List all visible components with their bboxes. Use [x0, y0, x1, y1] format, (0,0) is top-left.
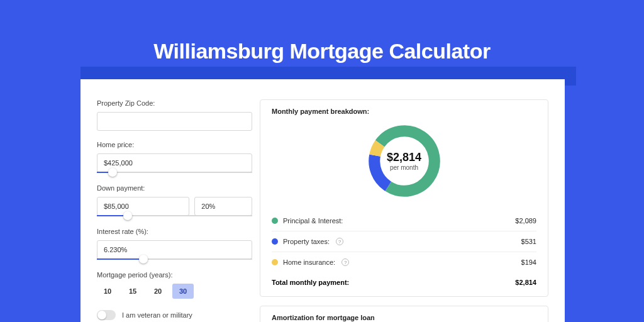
period-options: 10152030 — [97, 284, 252, 299]
period-option-30[interactable]: 30 — [172, 284, 194, 299]
down-payment-amount-input[interactable] — [97, 197, 189, 216]
amortization-panel: Amortization for mortgage loan Amortizat… — [260, 306, 548, 322]
zip-group: Property Zip Code: — [97, 99, 252, 131]
interest-slider[interactable] — [97, 258, 252, 261]
period-group: Mortgage period (years): 10152030 — [97, 271, 252, 299]
legend-label: Principal & Interest: — [283, 217, 343, 225]
legend-left: Home insurance:? — [272, 258, 349, 266]
breakdown-panel: Monthly payment breakdown: $2,814 per mo… — [260, 99, 548, 297]
interest-label: Interest rate (%): — [97, 228, 252, 235]
page-title: Williamsburg Mortgage Calculator — [0, 39, 644, 64]
info-icon[interactable]: ? — [341, 258, 349, 266]
donut-value: $2,814 — [387, 151, 421, 164]
legend-left: Property taxes:? — [272, 238, 343, 245]
down-payment-percent-input[interactable] — [194, 197, 252, 216]
slider-thumb[interactable] — [139, 255, 148, 264]
period-option-10[interactable]: 10 — [97, 284, 118, 299]
legend-dot-icon — [272, 218, 278, 224]
legend: Principal & Interest:$2,089Property taxe… — [272, 211, 536, 272]
down-payment-slider[interactable] — [97, 215, 252, 218]
legend-value: $194 — [521, 258, 536, 266]
legend-label: Home insurance: — [283, 258, 335, 266]
inputs-column: Property Zip Code: Home price: Down paym… — [80, 79, 260, 322]
slider-fill — [97, 258, 143, 260]
home-price-group: Home price: — [97, 141, 252, 174]
legend-value: $2,089 — [515, 217, 536, 225]
toggle-knob — [97, 311, 106, 319]
interest-group: Interest rate (%): — [97, 228, 252, 261]
legend-row: Property taxes:?$531 — [272, 231, 536, 252]
home-price-input[interactable] — [97, 153, 252, 172]
legend-row: Principal & Interest:$2,089 — [272, 211, 536, 231]
donut-sublabel: per month — [390, 164, 418, 171]
total-row: Total monthly payment: $2,814 — [272, 272, 536, 286]
veteran-toggle[interactable] — [97, 310, 116, 320]
calculator-card: Property Zip Code: Home price: Down paym… — [80, 79, 565, 322]
total-label: Total monthly payment: — [272, 279, 349, 286]
total-value: $2,814 — [515, 279, 536, 286]
period-label: Mortgage period (years): — [97, 271, 252, 279]
donut-center: $2,814 per month — [365, 121, 444, 201]
legend-left: Principal & Interest: — [272, 217, 343, 225]
home-price-label: Home price: — [97, 141, 252, 148]
amortization-title: Amortization for mortgage loan — [272, 314, 536, 321]
legend-row: Home insurance:?$194 — [272, 252, 536, 272]
interest-input[interactable] — [97, 240, 252, 259]
down-payment-group: Down payment: — [97, 184, 252, 218]
veteran-label: I am veteran or military — [122, 311, 192, 319]
period-option-15[interactable]: 15 — [122, 284, 143, 299]
legend-dot-icon — [272, 259, 278, 265]
donut-chart: $2,814 per month — [365, 121, 444, 201]
legend-value: $531 — [521, 238, 536, 245]
slider-thumb[interactable] — [108, 168, 117, 177]
zip-label: Property Zip Code: — [97, 99, 252, 107]
home-price-slider[interactable] — [97, 172, 252, 174]
donut-chart-wrap: $2,814 per month — [272, 121, 536, 201]
legend-dot-icon — [272, 238, 278, 245]
period-option-20[interactable]: 20 — [147, 284, 169, 299]
zip-input[interactable] — [97, 112, 252, 131]
legend-label: Property taxes: — [283, 238, 330, 245]
slider-thumb[interactable] — [123, 211, 132, 220]
down-payment-label: Down payment: — [97, 184, 252, 192]
info-icon[interactable]: ? — [336, 238, 343, 245]
veteran-row: I am veteran or military — [97, 310, 252, 320]
slider-track — [97, 172, 252, 173]
results-column: Monthly payment breakdown: $2,814 per mo… — [260, 79, 565, 322]
